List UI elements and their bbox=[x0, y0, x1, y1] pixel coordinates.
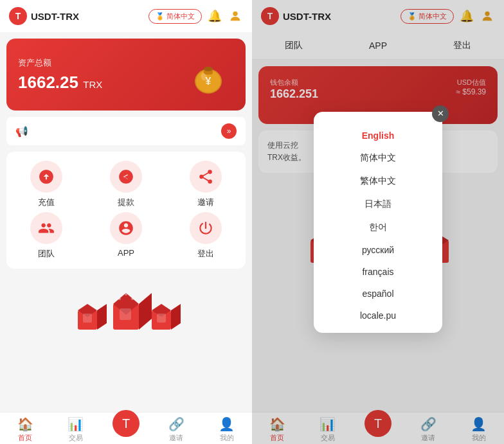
lang-option-english[interactable]: English bbox=[314, 125, 442, 147]
invite-nav-icon: 🔗 bbox=[168, 416, 184, 432]
left-lang-button[interactable]: 🏅 简体中文 bbox=[148, 9, 202, 24]
left-hero-banner: 资产总额 1662.25 TRX ¥ bbox=[6, 39, 246, 111]
lang-option-spanish[interactable]: español bbox=[314, 283, 442, 305]
lang-option-korean[interactable]: 한어 bbox=[314, 216, 442, 239]
svg-marker-20 bbox=[171, 304, 181, 330]
lang-option-simplified[interactable]: 简体中文 bbox=[314, 147, 442, 170]
lang-option-locale[interactable]: locale.pu bbox=[314, 305, 442, 326]
left-menu-row-2: 团队 APP 登出 bbox=[6, 212, 246, 260]
home-nav-label: 首页 bbox=[18, 433, 32, 443]
left-panel: T USDT-TRX 🏅 简体中文 🔔 资产总额 1662.25 TRX bbox=[0, 0, 252, 444]
svg-point-0 bbox=[233, 12, 237, 16]
left-nav-home[interactable]: 🏠 首页 bbox=[0, 416, 50, 443]
left-menu-recharge[interactable]: 充值 bbox=[6, 161, 86, 208]
left-bottom-nav: 🏠 首页 📊 交易 T 🔗 邀请 👤 我的 bbox=[0, 412, 252, 444]
withdraw-label: 提款 bbox=[118, 197, 134, 208]
language-dropdown: ✕ English 简体中文 繁体中文 日本語 한어 русский franç… bbox=[314, 112, 442, 333]
invite-label: 邀请 bbox=[197, 197, 214, 208]
mine-nav-label: 我的 bbox=[220, 433, 234, 443]
right-panel: T USDT-TRX 🏅 简体中文 🔔 团队 APP 登出 bbox=[252, 0, 504, 444]
svg-rect-10 bbox=[83, 314, 92, 323]
withdraw-icon-wrap bbox=[110, 161, 142, 193]
svg-point-4 bbox=[204, 67, 213, 71]
svg-point-16 bbox=[125, 293, 127, 296]
svg-marker-13 bbox=[139, 293, 152, 330]
left-header: T USDT-TRX 🏅 简体中文 🔔 bbox=[0, 0, 252, 32]
recharge-label: 充值 bbox=[38, 197, 55, 208]
home-icon: 🏠 bbox=[17, 416, 33, 432]
left-marquee-bar: 📢 » bbox=[6, 117, 246, 145]
trade-nav-label: 交易 bbox=[69, 433, 83, 443]
left-marquee-arrow[interactable]: » bbox=[221, 123, 237, 139]
svg-text:¥: ¥ bbox=[206, 76, 212, 87]
modal-overlay[interactable]: ✕ English 简体中文 繁体中文 日本語 한어 русский franç… bbox=[252, 0, 504, 444]
left-menu-app[interactable]: APP bbox=[86, 212, 166, 260]
left-menu-withdraw[interactable]: 提款 bbox=[86, 161, 166, 208]
svg-point-17 bbox=[131, 297, 134, 300]
team-icon-wrap bbox=[30, 212, 62, 244]
svg-rect-21 bbox=[157, 314, 166, 323]
lang-option-japanese[interactable]: 日本語 bbox=[314, 193, 442, 216]
lang-icon: 🏅 bbox=[156, 12, 165, 21]
modal-close-button[interactable]: ✕ bbox=[432, 105, 449, 122]
left-logo: T USDT-TRX bbox=[9, 7, 79, 25]
left-nav-mine[interactable]: 👤 我的 bbox=[202, 416, 252, 443]
left-logo-icon: T bbox=[9, 7, 27, 25]
logout-icon-wrap bbox=[190, 212, 222, 244]
left-nav-center[interactable]: T bbox=[101, 416, 151, 443]
left-bell-icon[interactable]: 🔔 bbox=[207, 8, 222, 24]
left-illustration-area bbox=[6, 281, 246, 333]
left-nav-trade[interactable]: 📊 交易 bbox=[50, 416, 100, 443]
left-menu-row-1: 充值 提款 邀请 bbox=[6, 161, 246, 208]
recharge-icon-wrap bbox=[30, 161, 62, 193]
app-icon-wrap bbox=[110, 212, 142, 244]
left-nav-invite[interactable]: 🔗 邀请 bbox=[151, 416, 201, 443]
mine-icon: 👤 bbox=[219, 416, 235, 432]
invite-icon-wrap bbox=[190, 161, 222, 193]
lang-option-russian[interactable]: русский bbox=[314, 239, 442, 261]
svg-marker-9 bbox=[97, 304, 107, 330]
trade-icon: 📊 bbox=[68, 416, 84, 432]
left-user-icon[interactable] bbox=[228, 8, 243, 24]
logout-label: 登出 bbox=[197, 248, 214, 260]
left-hero-amount: 1662.25 TRX bbox=[18, 73, 102, 93]
left-hero-illustration: ¥ bbox=[183, 49, 234, 100]
app-label: APP bbox=[118, 248, 134, 258]
svg-point-15 bbox=[118, 297, 121, 300]
center-nav-button[interactable]: T bbox=[113, 410, 140, 437]
left-app-name: USDT-TRX bbox=[31, 11, 79, 22]
left-menu-invite[interactable]: 邀请 bbox=[166, 161, 246, 208]
lang-option-french[interactable]: français bbox=[314, 261, 442, 283]
speaker-icon: 📢 bbox=[15, 125, 28, 138]
left-menu-team[interactable]: 团队 bbox=[6, 212, 86, 260]
left-grid-menu: 充值 提款 邀请 团队 bbox=[6, 152, 246, 269]
lang-option-traditional[interactable]: 繁体中文 bbox=[314, 170, 442, 193]
invite-nav-label: 邀请 bbox=[169, 433, 183, 443]
left-menu-logout[interactable]: 登出 bbox=[166, 212, 246, 260]
left-hero-label: 资产总额 bbox=[18, 57, 102, 69]
team-label: 团队 bbox=[38, 248, 55, 260]
svg-rect-14 bbox=[120, 308, 131, 320]
